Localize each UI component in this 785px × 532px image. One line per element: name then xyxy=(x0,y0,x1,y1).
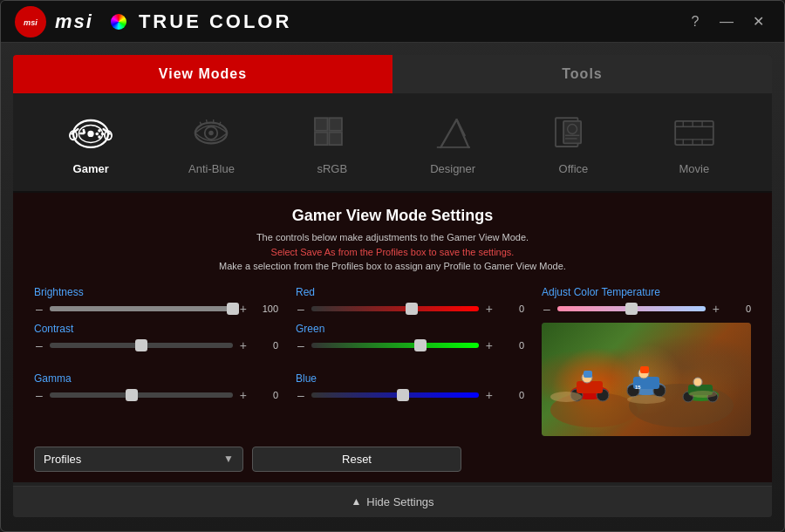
hide-settings-chevron: ▲ xyxy=(351,495,361,508)
brightness-slider-row: – + 100 xyxy=(34,302,278,316)
brightness-decrease[interactable]: – xyxy=(34,303,44,315)
anti-blue-label: Anti-Blue xyxy=(188,162,235,175)
svg-rect-24 xyxy=(315,132,328,145)
brightness-label: Brightness xyxy=(34,286,278,298)
mode-movie[interactable]: Movie xyxy=(651,102,738,182)
red-slider-row: – + 0 xyxy=(296,302,524,316)
office-icon xyxy=(547,109,599,157)
svg-rect-25 xyxy=(329,132,342,145)
brightness-value: 100 xyxy=(254,304,278,314)
svg-text:15: 15 xyxy=(635,385,641,390)
mode-designer[interactable]: Designer xyxy=(409,102,496,182)
movie-label: Movie xyxy=(679,162,709,175)
profiles-label: Profiles xyxy=(44,453,81,466)
contrast-control: Contrast – + 0 xyxy=(34,323,278,365)
color-temp-slider-row: – + 0 xyxy=(542,302,751,316)
blue-slider[interactable] xyxy=(311,388,479,402)
color-temp-thumb[interactable] xyxy=(625,303,638,315)
srgb-icon xyxy=(306,109,358,157)
gamma-slider[interactable] xyxy=(50,388,233,402)
tab-view-modes[interactable]: View Modes xyxy=(13,55,392,93)
color-temp-decrease[interactable]: – xyxy=(542,303,552,315)
hide-settings-bar[interactable]: ▲ Hide Settings xyxy=(13,486,772,517)
svg-rect-55 xyxy=(640,366,649,373)
brightness-increase[interactable]: + xyxy=(238,303,249,315)
settings-title: Gamer View Mode Settings xyxy=(34,207,751,225)
green-thumb[interactable] xyxy=(414,339,427,351)
bottom-controls: Profiles ▼ Reset xyxy=(34,447,751,472)
red-label: Red xyxy=(296,286,524,298)
movie-icon xyxy=(668,109,720,157)
gamma-thumb[interactable] xyxy=(126,389,138,401)
contrast-decrease[interactable]: – xyxy=(34,339,44,351)
controls-grid: Brightness – + 100 xyxy=(34,286,751,436)
contrast-track xyxy=(50,343,233,348)
svg-point-62 xyxy=(550,392,582,402)
gamma-decrease[interactable]: – xyxy=(34,389,44,401)
gamma-value: 0 xyxy=(254,390,278,400)
blue-thumb[interactable] xyxy=(397,389,409,401)
green-increase[interactable]: + xyxy=(484,339,495,351)
svg-point-13 xyxy=(96,132,99,135)
blue-decrease[interactable]: – xyxy=(296,389,306,401)
red-track xyxy=(311,306,479,311)
gamma-increase[interactable]: + xyxy=(238,389,249,401)
green-decrease[interactable]: – xyxy=(296,339,306,351)
mode-office[interactable]: Office xyxy=(529,102,617,182)
settings-description: The controls below make adjustments to t… xyxy=(34,230,751,274)
gamma-slider-row: – + 0 xyxy=(34,388,278,402)
contrast-slider[interactable] xyxy=(50,338,233,352)
green-slider-row: – + 0 xyxy=(296,338,524,352)
svg-point-14 xyxy=(98,135,101,139)
gamma-label: Gamma xyxy=(34,372,278,385)
mode-gamer[interactable]: Gamer xyxy=(47,102,134,182)
brightness-track xyxy=(50,306,233,311)
color-temp-increase[interactable]: + xyxy=(711,303,721,315)
green-slider[interactable] xyxy=(311,338,479,352)
red-increase[interactable]: + xyxy=(484,303,495,315)
blue-control: Blue – + 0 xyxy=(296,372,524,415)
red-slider[interactable] xyxy=(311,302,479,316)
green-track xyxy=(311,343,479,348)
svg-rect-22 xyxy=(315,118,328,131)
main-panel: View Modes Tools xyxy=(1,43,784,529)
svg-point-61 xyxy=(693,378,702,386)
title-bar: msi msi TRUE COLOR ? — ✕ xyxy=(1,1,784,43)
designer-icon xyxy=(427,109,479,157)
svg-point-17 xyxy=(209,130,214,134)
contrast-increase[interactable]: + xyxy=(238,339,249,351)
tab-tools[interactable]: Tools xyxy=(392,55,772,93)
view-modes-bar: Gamer xyxy=(13,93,772,193)
contrast-thumb[interactable] xyxy=(135,339,147,351)
minimize-button[interactable]: — xyxy=(714,10,739,34)
help-button[interactable]: ? xyxy=(683,10,707,34)
preview-image: 15 xyxy=(542,323,751,436)
profiles-arrow-icon: ▼ xyxy=(223,453,234,465)
mode-anti-blue[interactable]: Anti-Blue xyxy=(167,102,255,182)
brightness-control: Brightness – + 100 xyxy=(34,286,278,316)
svg-point-12 xyxy=(101,132,105,135)
blue-track xyxy=(311,392,479,398)
color-temp-track xyxy=(557,306,706,311)
red-control: Red – + 0 xyxy=(296,286,524,316)
anti-blue-icon xyxy=(185,109,237,157)
contrast-label: Contrast xyxy=(34,323,278,335)
close-button[interactable]: ✕ xyxy=(746,10,770,34)
msi-text: msi xyxy=(55,10,93,33)
svg-rect-47 xyxy=(577,381,603,393)
blue-increase[interactable]: + xyxy=(484,389,495,401)
reset-button[interactable]: Reset xyxy=(252,447,461,472)
brightness-thumb[interactable] xyxy=(227,303,239,315)
svg-point-4 xyxy=(88,130,94,136)
svg-rect-23 xyxy=(329,118,342,131)
msi-logo-icon: msi xyxy=(15,6,46,38)
red-thumb[interactable] xyxy=(406,303,418,315)
profiles-dropdown[interactable]: Profiles ▼ xyxy=(34,447,243,472)
svg-text:msi: msi xyxy=(24,18,38,27)
color-temp-slider[interactable] xyxy=(557,302,706,316)
color-temp-control: Adjust Color Temperature – + 0 xyxy=(542,286,751,316)
brightness-slider[interactable] xyxy=(50,302,233,316)
gamma-control: Gamma – + 0 xyxy=(34,372,278,415)
mode-srgb[interactable]: sRGB xyxy=(289,102,376,182)
red-decrease[interactable]: – xyxy=(296,303,306,315)
